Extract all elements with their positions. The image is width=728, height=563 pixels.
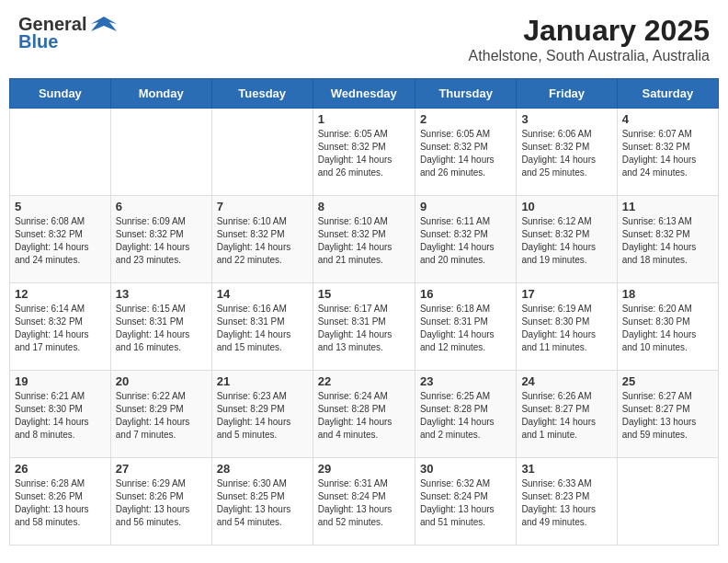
svg-marker-0 [91, 17, 117, 31]
day-info: Sunrise: 6:24 AM Sunset: 8:28 PM Dayligh… [318, 390, 410, 442]
day-number: 10 [521, 200, 611, 213]
calendar-cell: 23Sunrise: 6:25 AM Sunset: 8:28 PM Dayli… [415, 371, 516, 458]
day-info: Sunrise: 6:08 AM Sunset: 8:32 PM Dayligh… [15, 215, 106, 267]
calendar-cell: 22Sunrise: 6:24 AM Sunset: 8:28 PM Dayli… [313, 371, 415, 458]
calendar-cell: 26Sunrise: 6:28 AM Sunset: 8:26 PM Dayli… [10, 458, 111, 546]
day-number: 24 [521, 374, 611, 388]
day-number: 13 [116, 287, 207, 301]
calendar-cell [110, 109, 211, 196]
weekday-header-saturday: Saturday [617, 79, 718, 109]
day-number: 8 [318, 200, 410, 213]
calendar-cell: 6Sunrise: 6:09 AM Sunset: 8:32 PM Daylig… [110, 196, 211, 283]
day-number: 22 [318, 374, 410, 388]
day-number: 25 [622, 374, 713, 388]
calendar-cell: 31Sunrise: 6:33 AM Sunset: 8:23 PM Dayli… [517, 458, 617, 546]
day-info: Sunrise: 6:28 AM Sunset: 8:26 PM Dayligh… [15, 477, 106, 529]
calendar-cell: 17Sunrise: 6:19 AM Sunset: 8:30 PM Dayli… [517, 283, 617, 371]
day-number: 19 [15, 374, 106, 388]
weekday-header-row: SundayMondayTuesdayWednesdayThursdayFrid… [10, 79, 719, 109]
day-number: 26 [15, 462, 106, 476]
calendar-cell: 3Sunrise: 6:06 AM Sunset: 8:32 PM Daylig… [517, 109, 617, 196]
day-number: 4 [622, 112, 713, 126]
day-number: 23 [420, 374, 511, 388]
day-info: Sunrise: 6:05 AM Sunset: 8:32 PM Dayligh… [420, 128, 511, 179]
day-info: Sunrise: 6:09 AM Sunset: 8:32 PM Dayligh… [116, 215, 207, 267]
day-info: Sunrise: 6:33 AM Sunset: 8:23 PM Dayligh… [521, 477, 611, 529]
month-title: January 2025 [469, 14, 710, 48]
day-info: Sunrise: 6:10 AM Sunset: 8:32 PM Dayligh… [217, 215, 308, 267]
day-number: 12 [15, 287, 106, 301]
calendar-cell: 15Sunrise: 6:17 AM Sunset: 8:31 PM Dayli… [313, 283, 415, 371]
weekday-header-friday: Friday [517, 79, 617, 109]
day-info: Sunrise: 6:30 AM Sunset: 8:25 PM Dayligh… [217, 477, 308, 529]
day-info: Sunrise: 6:15 AM Sunset: 8:31 PM Dayligh… [116, 303, 207, 354]
day-info: Sunrise: 6:07 AM Sunset: 8:32 PM Dayligh… [622, 128, 713, 179]
day-number: 3 [521, 112, 611, 126]
weekday-header-tuesday: Tuesday [211, 79, 313, 109]
location-title: Athelstone, South Australia, Australia [469, 48, 710, 64]
day-number: 28 [217, 462, 308, 476]
day-number: 7 [217, 200, 308, 213]
day-info: Sunrise: 6:31 AM Sunset: 8:24 PM Dayligh… [318, 477, 410, 529]
calendar-cell: 28Sunrise: 6:30 AM Sunset: 8:25 PM Dayli… [211, 458, 313, 546]
weekday-header-thursday: Thursday [415, 79, 516, 109]
calendar-cell: 14Sunrise: 6:16 AM Sunset: 8:31 PM Dayli… [211, 283, 313, 371]
calendar-cell: 27Sunrise: 6:29 AM Sunset: 8:26 PM Dayli… [110, 458, 211, 546]
logo: General Blue [18, 14, 117, 52]
calendar-cell: 19Sunrise: 6:21 AM Sunset: 8:30 PM Dayli… [10, 371, 111, 458]
day-number: 18 [622, 287, 713, 301]
day-number: 2 [420, 112, 511, 126]
day-number: 29 [318, 462, 410, 476]
day-info: Sunrise: 6:20 AM Sunset: 8:30 PM Dayligh… [622, 303, 713, 354]
calendar-cell: 4Sunrise: 6:07 AM Sunset: 8:32 PM Daylig… [617, 109, 718, 196]
calendar-cell: 18Sunrise: 6:20 AM Sunset: 8:30 PM Dayli… [617, 283, 718, 371]
calendar-cell: 10Sunrise: 6:12 AM Sunset: 8:32 PM Dayli… [517, 196, 617, 283]
day-info: Sunrise: 6:16 AM Sunset: 8:31 PM Dayligh… [217, 303, 308, 354]
calendar-cell: 20Sunrise: 6:22 AM Sunset: 8:29 PM Dayli… [110, 371, 211, 458]
calendar-cell [211, 109, 313, 196]
day-info: Sunrise: 6:27 AM Sunset: 8:27 PM Dayligh… [622, 390, 713, 442]
calendar-week-row: 19Sunrise: 6:21 AM Sunset: 8:30 PM Dayli… [10, 371, 719, 458]
calendar-cell: 9Sunrise: 6:11 AM Sunset: 8:32 PM Daylig… [415, 196, 516, 283]
calendar-cell: 2Sunrise: 6:05 AM Sunset: 8:32 PM Daylig… [415, 109, 516, 196]
day-info: Sunrise: 6:21 AM Sunset: 8:30 PM Dayligh… [15, 390, 106, 442]
day-number: 31 [521, 462, 611, 476]
calendar-cell: 16Sunrise: 6:18 AM Sunset: 8:31 PM Dayli… [415, 283, 516, 371]
day-number: 9 [420, 200, 511, 213]
calendar-cell: 7Sunrise: 6:10 AM Sunset: 8:32 PM Daylig… [211, 196, 313, 283]
day-info: Sunrise: 6:22 AM Sunset: 8:29 PM Dayligh… [116, 390, 207, 442]
day-info: Sunrise: 6:14 AM Sunset: 8:32 PM Dayligh… [15, 303, 106, 354]
weekday-header-monday: Monday [110, 79, 211, 109]
calendar-cell: 13Sunrise: 6:15 AM Sunset: 8:31 PM Dayli… [110, 283, 211, 371]
day-number: 15 [318, 287, 410, 301]
page-header: General Blue January 2025 Athelstone, So… [9, 9, 719, 69]
calendar-cell: 25Sunrise: 6:27 AM Sunset: 8:27 PM Dayli… [617, 371, 718, 458]
calendar-cell: 12Sunrise: 6:14 AM Sunset: 8:32 PM Dayli… [10, 283, 111, 371]
day-number: 16 [420, 287, 511, 301]
calendar-cell: 5Sunrise: 6:08 AM Sunset: 8:32 PM Daylig… [10, 196, 111, 283]
calendar-cell: 8Sunrise: 6:10 AM Sunset: 8:32 PM Daylig… [313, 196, 415, 283]
day-info: Sunrise: 6:12 AM Sunset: 8:32 PM Dayligh… [521, 215, 611, 267]
day-number: 20 [116, 374, 207, 388]
day-info: Sunrise: 6:17 AM Sunset: 8:31 PM Dayligh… [318, 303, 410, 354]
day-info: Sunrise: 6:05 AM Sunset: 8:32 PM Dayligh… [318, 128, 410, 179]
day-number: 11 [622, 200, 713, 213]
logo-bird-icon [91, 15, 117, 35]
calendar-cell: 11Sunrise: 6:13 AM Sunset: 8:32 PM Dayli… [617, 196, 718, 283]
day-info: Sunrise: 6:06 AM Sunset: 8:32 PM Dayligh… [521, 128, 611, 179]
logo-blue-text: Blue [18, 31, 58, 52]
day-number: 1 [318, 112, 410, 126]
title-area: January 2025 Athelstone, South Australia… [469, 14, 710, 64]
day-info: Sunrise: 6:13 AM Sunset: 8:32 PM Dayligh… [622, 215, 713, 267]
calendar-cell [617, 458, 718, 546]
calendar-table: SundayMondayTuesdayWednesdayThursdayFrid… [9, 78, 719, 546]
day-number: 21 [217, 374, 308, 388]
calendar-cell [10, 109, 111, 196]
day-number: 14 [217, 287, 308, 301]
calendar-week-row: 26Sunrise: 6:28 AM Sunset: 8:26 PM Dayli… [10, 458, 719, 546]
weekday-header-sunday: Sunday [10, 79, 111, 109]
day-info: Sunrise: 6:26 AM Sunset: 8:27 PM Dayligh… [521, 390, 611, 442]
day-number: 6 [116, 200, 207, 213]
calendar-week-row: 12Sunrise: 6:14 AM Sunset: 8:32 PM Dayli… [10, 283, 719, 371]
calendar-week-row: 1Sunrise: 6:05 AM Sunset: 8:32 PM Daylig… [10, 109, 719, 196]
